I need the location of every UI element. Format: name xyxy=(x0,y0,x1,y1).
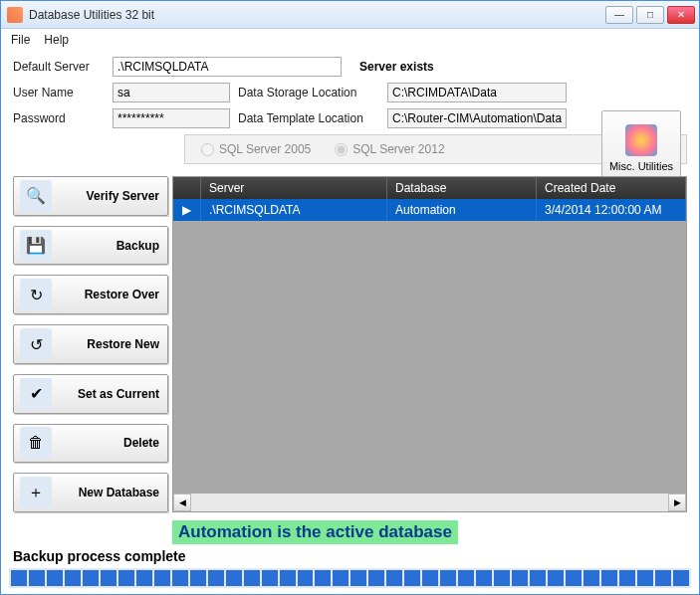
scroll-right-icon[interactable]: ▶ xyxy=(668,494,686,511)
label-user-name: User Name xyxy=(13,86,105,99)
default-server-input[interactable] xyxy=(113,57,342,77)
plus-icon: ＋ xyxy=(20,477,52,508)
radio-sql2005[interactable]: SQL Server 2005 xyxy=(201,142,311,156)
app-window: Database Utilities 32 bit — □ ✕ File Hel… xyxy=(0,0,700,595)
backup-button[interactable]: 💾 Backup xyxy=(13,226,168,266)
side-buttons: 🔍 Verify Server 💾 Backup ↻ Restore Over … xyxy=(13,176,168,512)
scroll-left-icon[interactable]: ◀ xyxy=(173,494,191,511)
table-row[interactable]: ▶ .\RCIMSQLDATA Automation 3/4/2014 12:0… xyxy=(173,199,686,221)
minimize-button[interactable]: — xyxy=(605,6,633,24)
status-text: Backup process complete xyxy=(1,546,699,566)
active-database-banner: Automation is the active database xyxy=(172,520,458,544)
grid-header-created[interactable]: Created Date xyxy=(537,177,686,199)
verify-server-button[interactable]: 🔍 Verify Server xyxy=(13,176,168,216)
main-row: 🔍 Verify Server 💾 Backup ↻ Restore Over … xyxy=(1,176,699,516)
menu-file[interactable]: File xyxy=(11,33,30,47)
window-buttons: — □ ✕ xyxy=(605,6,695,24)
new-database-button[interactable]: ＋ New Database xyxy=(13,473,168,512)
grid-header-server[interactable]: Server xyxy=(201,177,387,199)
horizontal-scrollbar[interactable]: ◀ ▶ xyxy=(173,494,686,511)
menubar: File Help xyxy=(1,29,699,51)
label-password: Password xyxy=(13,111,105,125)
magnifier-icon: 🔍 xyxy=(20,180,52,212)
cell-server: .\RCIMSQLDATA xyxy=(201,199,387,221)
close-button[interactable]: ✕ xyxy=(667,6,695,24)
check-icon: ✔ xyxy=(20,378,52,410)
row-indicator-icon: ▶ xyxy=(173,199,201,221)
window-title: Database Utilities 32 bit xyxy=(29,8,605,22)
restore-over-button[interactable]: ↻ Restore Over xyxy=(13,275,168,314)
delete-button[interactable]: 🗑 Delete xyxy=(13,424,168,464)
user-name-input[interactable] xyxy=(113,83,230,102)
data-template-input[interactable] xyxy=(387,108,567,128)
grid-header: Server Database Created Date xyxy=(173,177,686,199)
progress-bar xyxy=(9,568,691,588)
tools-icon xyxy=(625,124,657,156)
label-data-template: Data Template Location xyxy=(238,111,379,125)
app-icon xyxy=(7,7,23,23)
label-default-server: Default Server xyxy=(13,60,105,74)
refresh-new-icon: ↺ xyxy=(20,328,52,360)
misc-utilities-button[interactable]: Misc. Utilities xyxy=(601,110,681,186)
titlebar: Database Utilities 32 bit — □ ✕ xyxy=(1,1,699,29)
set-current-button[interactable]: ✔ Set as Current xyxy=(13,374,168,414)
trash-icon: 🗑 xyxy=(20,427,52,459)
grid-header-database[interactable]: Database xyxy=(387,177,537,199)
database-grid[interactable]: Server Database Created Date ▶ .\RCIMSQL… xyxy=(172,176,687,512)
refresh-icon: ↻ xyxy=(20,279,52,310)
maximize-button[interactable]: □ xyxy=(636,6,664,24)
label-data-storage: Data Storage Location xyxy=(238,86,379,99)
server-exists-label: Server exists xyxy=(359,60,434,74)
radio-sql2012[interactable]: SQL Server 2012 xyxy=(335,142,444,156)
data-storage-input[interactable] xyxy=(387,83,567,102)
misc-utilities-label: Misc. Utilities xyxy=(609,160,673,172)
restore-new-button[interactable]: ↺ Restore New xyxy=(13,324,168,364)
password-input[interactable] xyxy=(113,108,230,128)
grid-header-selector[interactable] xyxy=(173,177,201,199)
form-area: Default Server Server exists User Name D… xyxy=(1,51,699,176)
disk-icon: 💾 xyxy=(20,230,52,262)
menu-help[interactable]: Help xyxy=(44,33,69,47)
grid-body xyxy=(173,221,686,494)
cell-database: Automation xyxy=(387,199,537,221)
cell-created: 3/4/2014 12:00:00 AM xyxy=(537,199,686,221)
